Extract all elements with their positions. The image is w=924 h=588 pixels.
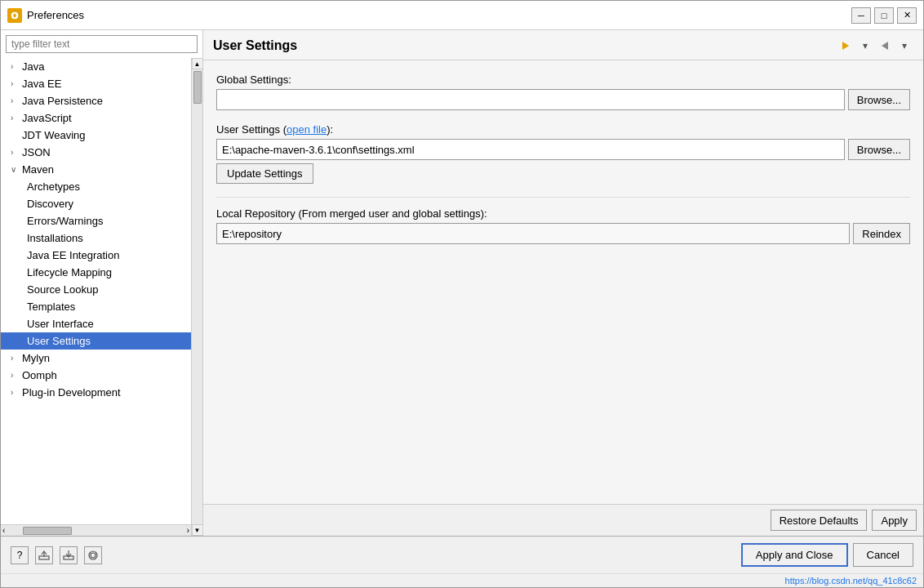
arrow-icon: › bbox=[11, 114, 19, 122]
preferences-dialog: Preferences ─ □ ✕ › Java › bbox=[0, 0, 924, 588]
user-settings-group: User Settings (open file): Browse... Upd… bbox=[216, 123, 910, 184]
sidebar-item-java-ee[interactable]: › Java EE bbox=[1, 75, 191, 92]
horizontal-scrollbar[interactable]: ‹ › bbox=[1, 524, 191, 536]
global-settings-browse-button[interactable]: Browse... bbox=[848, 89, 910, 110]
global-settings-input-row: Browse... bbox=[216, 89, 910, 110]
scroll-up-btn[interactable]: ▲ bbox=[192, 58, 203, 69]
sidebar-item-json[interactable]: › JSON bbox=[1, 144, 191, 161]
scroll-right-btn[interactable]: › bbox=[185, 526, 191, 535]
svg-marker-2 bbox=[882, 42, 888, 50]
sidebar-item-label: Java bbox=[22, 60, 44, 73]
local-repo-label: Local Repository (From merged user and g… bbox=[216, 207, 910, 220]
nav-dropdown-btn[interactable]: ▾ bbox=[856, 37, 874, 55]
update-settings-button[interactable]: Update Settings bbox=[216, 163, 313, 184]
sidebar-item-plug-in-development[interactable]: › Plug-in Development bbox=[1, 384, 191, 401]
user-settings-input[interactable] bbox=[216, 139, 845, 160]
import-icon[interactable] bbox=[60, 546, 78, 564]
sidebar-item-oomph[interactable]: › Oomph bbox=[1, 367, 191, 384]
nav-icons: ▾ ▾ bbox=[837, 37, 913, 55]
apply-and-close-button[interactable]: Apply and Close bbox=[741, 543, 848, 567]
sidebar-item-user-settings[interactable]: User Settings bbox=[1, 332, 191, 350]
sidebar-item-label: Discovery bbox=[27, 198, 73, 210]
sidebar-item-label: Installations bbox=[27, 232, 83, 244]
section-divider bbox=[216, 197, 910, 198]
sidebar-item-java-persistence[interactable]: › Java Persistence bbox=[1, 92, 191, 109]
app-icon bbox=[7, 8, 22, 23]
arrow-icon: › bbox=[11, 79, 19, 88]
back-nav-icon[interactable] bbox=[876, 37, 894, 55]
maximize-button[interactable]: □ bbox=[874, 7, 894, 24]
apply-button[interactable]: Apply bbox=[872, 510, 917, 531]
sidebar-item-label: User Interface bbox=[27, 318, 94, 330]
cancel-button[interactable]: Cancel bbox=[853, 543, 913, 567]
open-file-link[interactable]: open file bbox=[287, 123, 327, 136]
sidebar-item-label: Lifecycle Mapping bbox=[27, 266, 112, 278]
vertical-scrollbar[interactable]: ▲ ▼ bbox=[191, 58, 202, 536]
restore-defaults-button[interactable]: Restore Defaults bbox=[771, 510, 868, 531]
sidebar-item-lifecycle-mapping[interactable]: Lifecycle Mapping bbox=[1, 264, 191, 281]
sidebar-item-source-lookup[interactable]: Source Lookup bbox=[1, 281, 191, 298]
global-settings-label: Global Settings: bbox=[216, 74, 910, 86]
arrow-icon: › bbox=[11, 96, 19, 105]
svg-marker-1 bbox=[842, 42, 849, 50]
sidebar-item-java[interactable]: › Java bbox=[1, 58, 191, 75]
help-icon[interactable]: ? bbox=[11, 546, 29, 564]
sidebar-item-label: Source Lookup bbox=[27, 283, 98, 296]
export-icon[interactable] bbox=[35, 546, 53, 564]
sidebar-item-label: Maven bbox=[22, 163, 54, 176]
window-controls: ─ □ ✕ bbox=[851, 7, 917, 24]
sidebar-item-errors-warnings[interactable]: Errors/Warnings bbox=[1, 212, 191, 229]
url-text: https://blog.csdn.net/qq_41c8c62 bbox=[785, 576, 917, 586]
global-settings-input[interactable] bbox=[216, 89, 845, 110]
sidebar-item-java-ee-integration[interactable]: Java EE Integration bbox=[1, 247, 191, 264]
sidebar-item-archetypes[interactable]: Archetypes bbox=[1, 178, 191, 195]
sidebar-item-label: Oomph bbox=[22, 369, 57, 381]
sidebar-item-label: Java Persistence bbox=[22, 95, 103, 107]
sidebar-item-maven[interactable]: ∨ Maven bbox=[1, 161, 191, 178]
sidebar-item-label: JavaScript bbox=[22, 112, 72, 124]
sidebar-item-user-interface[interactable]: User Interface bbox=[1, 315, 191, 332]
user-settings-input-row: Browse... bbox=[216, 139, 910, 160]
url-bar: https://blog.csdn.net/qq_41c8c62 bbox=[1, 573, 923, 587]
sidebar-item-label: Errors/Warnings bbox=[27, 215, 103, 227]
arrow-icon: › bbox=[11, 62, 19, 71]
sidebar-item-installations[interactable]: Installations bbox=[1, 229, 191, 247]
arrow-icon: › bbox=[11, 388, 19, 397]
sidebar-item-label: Plug-in Development bbox=[22, 386, 121, 399]
sidebar-item-label: Java EE bbox=[22, 78, 61, 90]
dialog-body: › Java › Java EE › Java Persistence › bbox=[1, 30, 923, 536]
scroll-down-btn[interactable]: ▼ bbox=[192, 524, 203, 536]
arrow-icon: › bbox=[11, 354, 19, 363]
arrow-icon: › bbox=[11, 371, 19, 380]
main-header: User Settings ▾ ▾ bbox=[203, 30, 923, 60]
local-repo-input[interactable] bbox=[216, 223, 850, 244]
sidebar-item-jdt-weaving[interactable]: JDT Weaving bbox=[1, 127, 191, 144]
settings-icon[interactable] bbox=[84, 546, 102, 564]
dialog-footer: ? Apply and Close Cancel bbox=[1, 536, 923, 573]
expand-arrow-icon: ∨ bbox=[11, 165, 19, 174]
user-settings-browse-button[interactable]: Browse... bbox=[848, 139, 910, 160]
dialog-title: Preferences bbox=[27, 9, 846, 21]
nav-dropdown2-btn[interactable]: ▾ bbox=[895, 37, 913, 55]
vertical-scrollbar-thumb[interactable] bbox=[193, 71, 202, 104]
sidebar: › Java › Java EE › Java Persistence › bbox=[1, 30, 203, 536]
page-title: User Settings bbox=[213, 38, 297, 53]
forward-nav-icon[interactable] bbox=[837, 37, 855, 55]
horizontal-scrollbar-thumb[interactable] bbox=[23, 527, 72, 535]
sidebar-item-javascript[interactable]: › JavaScript bbox=[1, 109, 191, 127]
sidebar-item-discovery[interactable]: Discovery bbox=[1, 195, 191, 212]
sidebar-item-label: Java EE Integration bbox=[27, 249, 119, 261]
sidebar-item-label: JSON bbox=[22, 146, 51, 158]
title-bar: Preferences ─ □ ✕ bbox=[1, 1, 923, 30]
sidebar-item-mylyn[interactable]: › Mylyn bbox=[1, 350, 191, 367]
reindex-button[interactable]: Reindex bbox=[853, 223, 910, 244]
user-settings-label: User Settings (open file): bbox=[216, 123, 910, 136]
close-button[interactable]: ✕ bbox=[897, 7, 917, 24]
sidebar-item-templates[interactable]: Templates bbox=[1, 298, 191, 315]
footer-left: ? bbox=[11, 546, 102, 564]
minimize-button[interactable]: ─ bbox=[851, 7, 871, 24]
filter-input[interactable] bbox=[6, 35, 198, 53]
footer-right: Apply and Close Cancel bbox=[741, 543, 913, 567]
sidebar-scroll-area: › Java › Java EE › Java Persistence › bbox=[1, 58, 202, 536]
scroll-left-btn[interactable]: ‹ bbox=[1, 526, 7, 535]
